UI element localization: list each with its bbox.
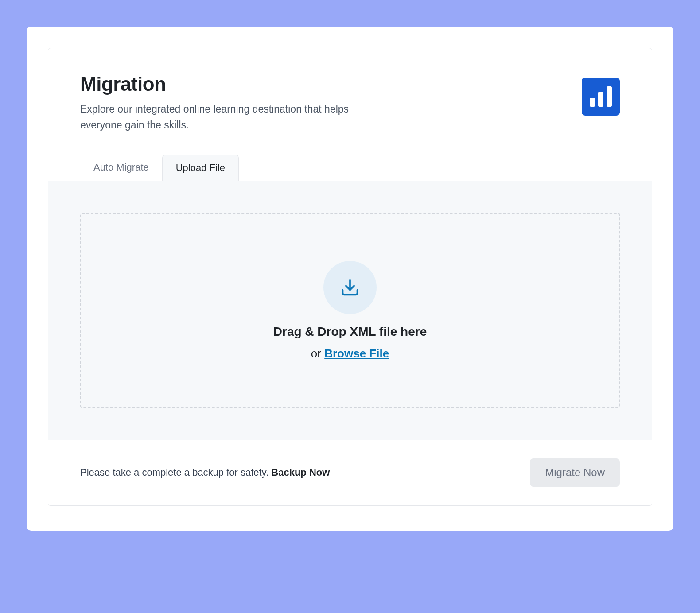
header-text: Migration Explore our integrated online … <box>80 73 390 133</box>
tab-body: Drag & Drop XML file here or Browse File <box>48 181 652 440</box>
migration-card: Migration Explore our integrated online … <box>48 48 652 506</box>
dropzone-subtext: or Browse File <box>311 347 389 361</box>
outer-card: Migration Explore our integrated online … <box>27 27 673 531</box>
card-footer: Please take a complete a backup for safe… <box>48 440 652 505</box>
tab-upload-file[interactable]: Upload File <box>162 155 239 181</box>
page-title: Migration <box>80 73 390 95</box>
file-dropzone[interactable]: Drag & Drop XML file here or Browse File <box>80 213 620 408</box>
migrate-now-button[interactable]: Migrate Now <box>530 458 620 487</box>
browse-file-link[interactable]: Browse File <box>324 347 389 360</box>
dropzone-or: or <box>311 347 321 360</box>
page-subtitle: Explore our integrated online learning d… <box>80 101 390 133</box>
tabs: Auto Migrate Upload File <box>48 154 652 181</box>
bar-chart-icon <box>582 78 620 116</box>
download-icon <box>323 261 377 314</box>
backup-message: Please take a complete a backup for safe… <box>80 467 268 478</box>
backup-now-link[interactable]: Backup Now <box>271 467 330 478</box>
dropzone-title: Drag & Drop XML file here <box>273 325 427 339</box>
footer-text: Please take a complete a backup for safe… <box>80 467 330 478</box>
card-header: Migration Explore our integrated online … <box>48 48 652 133</box>
tab-auto-migrate[interactable]: Auto Migrate <box>80 155 162 181</box>
